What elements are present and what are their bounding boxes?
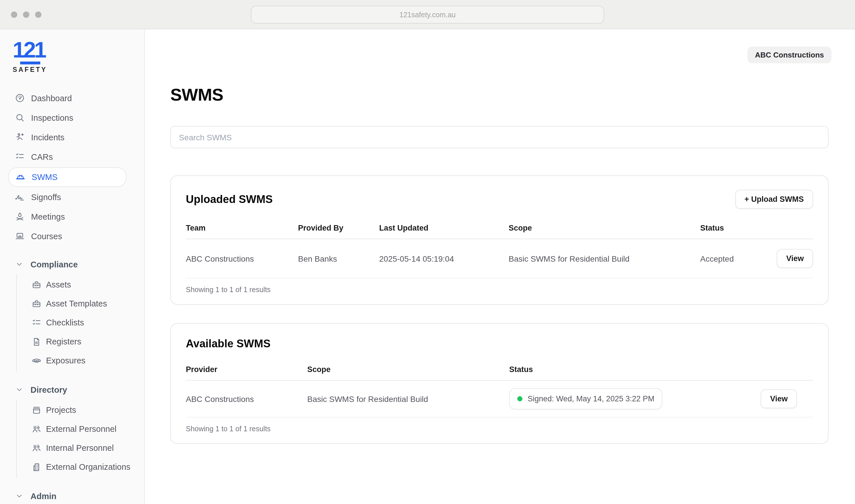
view-button[interactable]: View [777,249,813,268]
sidebar-item-label: Internal Personnel [46,443,114,452]
uploaded-swms-title: Uploaded SWMS [186,193,273,205]
sidebar-item-swms[interactable]: SWMS [8,167,126,186]
window-maximize-button[interactable] [35,12,41,18]
sidebar-item-asset-templates[interactable]: Asset Templates [17,294,144,313]
chevron-down-icon [16,260,23,268]
available-swms-title: Available SWMS [186,338,271,350]
sidebar-item-label: Incidents [31,132,65,142]
sidebar-item-label: Exposures [46,356,85,365]
sidebar-item-label: Registers [46,337,82,346]
upload-swms-button[interactable]: + Upload SWMS [735,190,813,209]
window-controls [11,12,41,18]
address-bar-url: 121safety.com.au [399,11,456,19]
laptop-icon [15,231,25,241]
sidebar-item-courses[interactable]: Courses [0,226,144,246]
document-icon [32,337,41,346]
section-header-admin[interactable]: Admin [0,486,144,504]
sidebar-item-cars[interactable]: CARs [0,147,144,166]
column-header-scope: Scope [509,224,700,232]
section-label: Compliance [31,259,78,269]
address-bar[interactable]: 121safety.com.au [251,6,604,23]
green-dot-icon [517,396,522,401]
sidebar-item-label: SWMS [32,172,57,181]
signed-status-text: Signed: Wed, May 14, 2025 3:22 PM [528,394,655,403]
window-minimize-button[interactable] [23,12,29,18]
app-logo[interactable]: 121 SAFETY [13,38,144,73]
toolbox-icon [32,299,41,308]
view-button[interactable]: View [761,389,797,408]
sidebar-item-label: Meetings [31,212,65,221]
sidebar-item-label: Checklists [46,318,84,327]
uploaded-swms-table: Team Provided By Last Updated Scope Stat… [186,224,813,294]
sidebar-item-incidents[interactable]: Incidents [0,127,144,147]
window-close-button[interactable] [11,12,17,18]
uploaded-swms-card: Uploaded SWMS + Upload SWMS Team Provide… [170,175,828,305]
sidebar-item-exposures[interactable]: Exposures [17,351,144,370]
chevron-down-icon [16,386,23,393]
sidebar-item-checklists[interactable]: Checklists [17,313,144,332]
browser-window: 121safety.com.au 121 SAFETY Dashboard [0,0,855,504]
signed-status-badge: Signed: Wed, May 14, 2025 3:22 PM [509,388,663,409]
building-icon [32,462,41,472]
sidebar-item-external-organizations[interactable]: External Organizations [17,457,144,476]
section-header-directory[interactable]: Directory [0,380,144,399]
sidebar-item-label: Projects [46,406,76,415]
sidebar-item-external-personnel[interactable]: External Personnel [17,419,144,438]
sidebar: 121 SAFETY Dashboard Inspections [0,29,145,504]
hard-hat-icon [16,172,25,182]
logo-number: 121 [13,38,144,61]
sidebar-item-registers[interactable]: Registers [17,332,144,351]
checklist-icon [32,318,41,327]
sidebar-item-inspections[interactable]: Inspections [0,108,144,127]
column-header-status: Status [509,365,750,374]
sidebar-item-signoffs[interactable]: Signoffs [0,187,144,207]
table-row: ABC Constructions Ben Banks 2025-05-14 0… [186,239,813,278]
cell-last-updated: 2025-05-14 05:19:04 [379,254,509,263]
column-header-last-updated: Last Updated [379,224,509,232]
sidebar-item-label: External Organizations [46,462,130,471]
page-title: SWMS [170,85,855,105]
section-label: Admin [31,491,56,501]
sidebar-item-internal-personnel[interactable]: Internal Personnel [17,438,144,457]
sidebar-item-assets[interactable]: Assets [17,275,144,294]
sidebar-item-label: Courses [31,231,62,241]
search-input[interactable] [170,126,828,148]
sidebar-item-label: Inspections [31,113,73,122]
section-header-compliance[interactable]: Compliance [0,254,144,274]
people-icon [32,424,41,434]
sidebar-item-label: Assets [46,280,71,289]
table-row: ABC Constructions Basic SWMS for Residen… [186,381,813,417]
cell-provided-by: Ben Banks [298,254,379,263]
results-count: Showing 1 to 1 of 1 results [186,425,813,433]
people-icon [32,443,41,453]
sidebar-item-meetings[interactable]: Meetings [0,207,144,226]
gauge-icon [15,93,25,103]
compliance-sub-list: Assets Asset Templates Che [16,274,144,371]
cell-provider: ABC Constructions [186,394,307,403]
campfire-icon [15,212,25,221]
sidebar-item-dashboard[interactable]: Dashboard [0,88,144,108]
sidebar-section-admin: Admin Reports [0,486,144,504]
main-content: ABC Constructions SWMS Uploaded SWMS + U… [145,29,855,504]
available-swms-table: Provider Scope Status ABC Constructions … [186,365,813,433]
cell-team: ABC Constructions [186,254,298,263]
organization-badge[interactable]: ABC Constructions [747,47,832,63]
archive-box-icon [32,405,41,415]
sidebar-item-projects[interactable]: Projects [17,400,144,419]
sidebar-item-label: Asset Templates [46,299,107,308]
search-icon [15,113,25,123]
sidebar-item-label: Dashboard [31,93,72,103]
mask-icon [32,356,41,365]
cell-scope: Basic SWMS for Residential Build [509,254,700,263]
sidebar-item-label: Signoffs [31,192,61,201]
cell-status: Accepted [700,254,767,263]
signature-icon [15,192,25,202]
chevron-down-icon [16,492,23,500]
browser-chrome: 121safety.com.au [0,0,855,29]
table-header-row: Provider Scope Status [186,365,813,381]
column-header-provided-by: Provided By [298,224,379,232]
sidebar-item-label: External Personnel [46,425,117,434]
directory-sub-list: Projects External Personnel [16,399,144,478]
logo-word: SAFETY [13,67,144,73]
cell-scope: Basic SWMS for Residential Build [307,394,509,403]
